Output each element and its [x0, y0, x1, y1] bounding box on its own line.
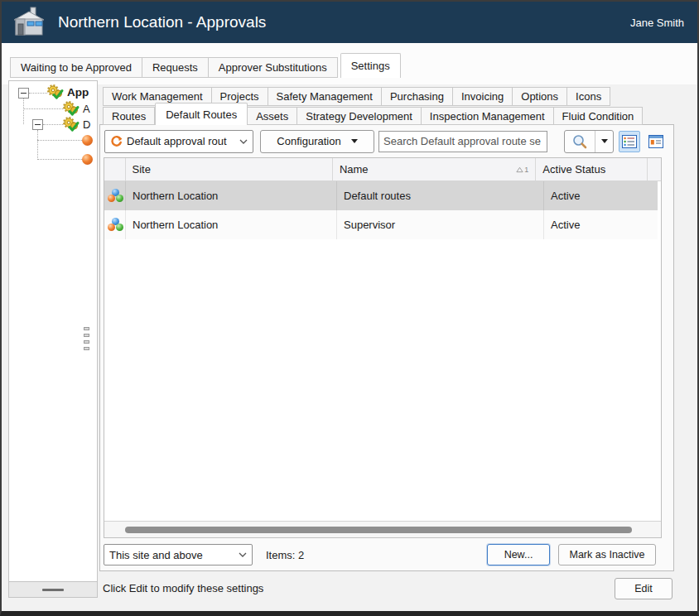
app-window: Northern Location - Approvals Jane Smith…: [0, 0, 699, 616]
list-view-toggle[interactable]: [619, 131, 640, 152]
tree-node-root[interactable]: App: [67, 86, 89, 99]
row-icon-cell: [104, 210, 126, 239]
toolbar: Default approval rout Configuration: [104, 128, 667, 156]
tree-collapse-handle[interactable]: [9, 581, 97, 597]
tree-connector: [23, 99, 24, 124]
subtab-inspection-management[interactable]: Inspection Management: [422, 107, 554, 125]
horizontal-scrollbar[interactable]: [104, 521, 661, 537]
configuration-button[interactable]: Configuration: [260, 130, 374, 153]
search-options-dropdown[interactable]: [595, 139, 613, 143]
subtab-strategy-development[interactable]: Strategy Development: [297, 107, 422, 125]
site-column-header[interactable]: Site: [126, 158, 333, 180]
tree-connector: [23, 108, 63, 109]
list-view-icon: [622, 135, 637, 148]
table-empty-area: [104, 239, 661, 521]
table-row[interactable]: Northern Location Default routes Active: [104, 181, 658, 210]
scrollbar-thumb[interactable]: [125, 527, 632, 533]
approval-gear-check-icon: [62, 116, 80, 133]
row-icon-cell: [104, 181, 126, 210]
route-balls-icon: [108, 218, 123, 232]
name-cell: Default routes: [337, 181, 544, 210]
filler-column-header: [648, 158, 661, 180]
window-title: Northern Location - Approvals: [58, 13, 630, 31]
tab-requests[interactable]: Requests: [142, 57, 209, 78]
status-cell: Active: [544, 181, 658, 210]
title-bar: Northern Location - Approvals Jane Smith: [2, 2, 697, 43]
approval-gear-check-icon: [46, 84, 65, 101]
icon-column-header[interactable]: [104, 158, 126, 180]
site-cell: Northern Location: [126, 181, 337, 210]
site-cell: Northern Location: [126, 210, 337, 239]
configuration-label: Configuration: [277, 135, 340, 147]
user-name: Jane Smith: [630, 17, 684, 29]
collapse-dash-icon: [42, 589, 64, 591]
route-type-icon: [110, 135, 123, 147]
route-type-combobox[interactable]: Default approval rout: [104, 130, 253, 153]
name-cell: Supervisor: [337, 210, 544, 239]
edit-hint-text: Click Edit to modify these settings: [103, 582, 263, 594]
status-cell: Active: [544, 210, 658, 239]
chevron-down-icon: [239, 139, 248, 144]
route-balls-icon: [108, 189, 123, 203]
new-button[interactable]: New...: [487, 544, 550, 565]
search-input[interactable]: [378, 131, 547, 152]
route-sphere-icon[interactable]: [82, 154, 93, 165]
tab-settings[interactable]: Settings: [340, 53, 401, 78]
items-count: Items: 2: [266, 549, 304, 561]
subtab-routes[interactable]: Routes: [103, 107, 155, 125]
tab-approver-substitutions[interactable]: Approver Substitutions: [209, 57, 338, 78]
card-view-icon: [648, 135, 663, 148]
main-tab-strip: Waiting to be Approved Requests Approver…: [10, 53, 401, 78]
routes-table: Site Name 1 Active Status: [104, 157, 662, 538]
mark-as-inactive-button[interactable]: Mark as Inactive: [558, 544, 656, 565]
search-button[interactable]: [565, 133, 595, 150]
tree-collapse-toggle-child[interactable]: [32, 119, 43, 130]
subtab-default-routes[interactable]: Default Routes: [155, 103, 248, 125]
subtab-fluid-condition[interactable]: Fluid Condition: [554, 107, 644, 125]
page-footer: This site and above Items: 2 New... Mark…: [104, 538, 667, 567]
tree-connector: [37, 130, 38, 160]
tree-connector: [37, 140, 82, 141]
tree-node-child-2[interactable]: D: [83, 118, 90, 131]
default-routes-page: Default approval rout Configuration: [99, 124, 674, 571]
tree-connector: [37, 159, 82, 160]
panel-splitter[interactable]: [84, 327, 89, 350]
sort-ascending-icon: [516, 166, 523, 173]
sort-order-number: 1: [524, 166, 528, 174]
edit-button[interactable]: Edit: [615, 578, 672, 599]
chevron-down-icon: [239, 552, 247, 557]
magnifier-icon: [571, 133, 588, 150]
site-scope-combobox[interactable]: This site and above: [104, 544, 253, 565]
dropdown-arrow-icon: [351, 139, 358, 143]
card-view-toggle[interactable]: [645, 131, 667, 152]
route-type-value: Default approval rout: [127, 135, 239, 147]
sort-ascending-indicator: 1: [516, 166, 528, 174]
active-status-column-header[interactable]: Active Status: [536, 158, 648, 180]
search-split-button: [564, 130, 614, 153]
factory-icon: [12, 6, 46, 39]
tree-connector: [43, 124, 63, 125]
site-scope-value: This site and above: [109, 549, 203, 561]
approval-gear-check-icon: [62, 100, 80, 118]
table-row[interactable]: Northern Location Supervisor Active: [104, 210, 658, 239]
settings-subtabs-row2: Routes Default Routes Assets Strategy De…: [103, 103, 643, 125]
dropdown-arrow-icon: [601, 139, 608, 143]
table-header: Site Name 1 Active Status: [104, 158, 661, 181]
route-sphere-icon[interactable]: [82, 135, 93, 146]
toolbar-icon-group: [564, 130, 667, 153]
tree-collapse-toggle-root[interactable]: [18, 88, 29, 99]
name-column-header[interactable]: Name 1: [333, 158, 536, 180]
tab-waiting-to-be-approved[interactable]: Waiting to be Approved: [10, 57, 142, 78]
subtab-assets[interactable]: Assets: [248, 107, 297, 125]
tree-node-child-1[interactable]: A: [83, 103, 90, 115]
tree-connector: [29, 93, 47, 94]
